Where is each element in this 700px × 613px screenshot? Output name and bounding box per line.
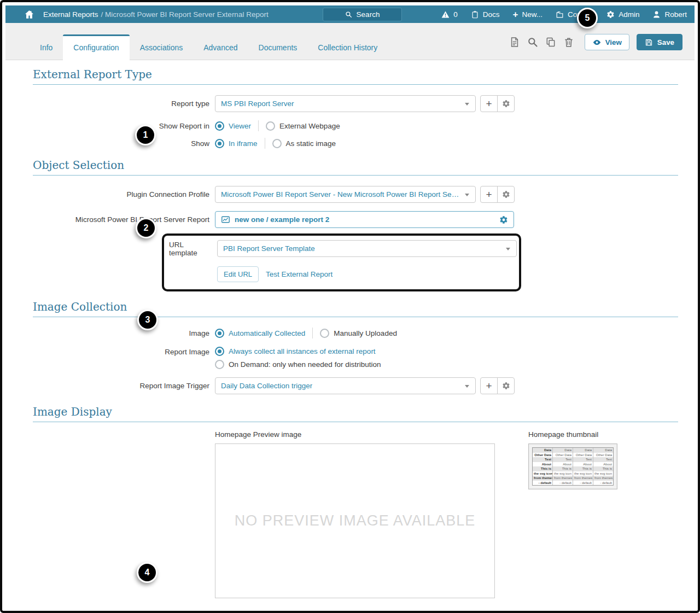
edit-url-button[interactable]: Edit URL (217, 266, 259, 282)
magnifier-icon[interactable] (527, 37, 538, 48)
view-button[interactable]: View (585, 34, 629, 50)
folder-icon (556, 10, 564, 19)
thumbnail-row: Other DataOther DataOther DataOther Data (533, 453, 613, 458)
radio-on-demand[interactable] (215, 360, 224, 369)
url-template-row: URL template PBI Report Server Template (169, 240, 513, 257)
floppy-icon (645, 38, 653, 46)
radio-auto-collected-label[interactable]: Automatically Collected (229, 329, 305, 337)
radio-on-demand-label[interactable]: On Demand: only when needed for distribu… (229, 360, 381, 369)
thumbnail-cell: This is (533, 466, 552, 471)
image-buttons-row: Collect Image Setup Image Crop Tall Imag… (33, 598, 678, 613)
add-profile-button[interactable]: + (480, 186, 498, 203)
section-title-image-display: Image Display (33, 398, 678, 422)
thumbnail-cell: Data (573, 448, 593, 453)
tab-advanced[interactable]: Advanced (193, 36, 248, 60)
report-picker[interactable]: new one / example report 2 (215, 211, 514, 228)
annotation-badge-4: 4 (137, 562, 158, 583)
section-title-external-report-type: External Report Type (33, 60, 678, 85)
thumbnail-cell: from themes (593, 476, 613, 481)
show-report-in-label: Show Report in (33, 122, 209, 130)
tab-associations[interactable]: Associations (130, 36, 194, 60)
report-label: Microsoft Power BI Report Server Report (33, 215, 209, 224)
url-template-label: URL template (169, 241, 212, 257)
app-window: External Reports/ Microsoft Power BI Rep… (0, 0, 700, 613)
report-image-row: Report Image Always collect all instance… (33, 347, 678, 369)
alerts-item[interactable]: 0 (441, 10, 458, 19)
edit-trigger-button[interactable] (497, 377, 515, 394)
url-template-select[interactable]: PBI Report Server Template (217, 240, 517, 257)
thumbnail-label: Homepage thumbnail (528, 430, 617, 439)
test-external-report-link[interactable]: Test External Report (266, 270, 332, 278)
nav-new[interactable]: + New... (512, 10, 542, 19)
trash-icon[interactable] (563, 37, 574, 48)
copy-icon[interactable] (545, 37, 556, 48)
gear-icon (502, 100, 510, 108)
thumbnail-cell: This is (573, 466, 593, 471)
radio-manually-uploaded-label[interactable]: Manually Uploaded (334, 329, 397, 337)
thumbnail-cell: Text (593, 457, 613, 462)
radio-external-webpage-label[interactable]: External Webpage (279, 122, 340, 130)
section-title-object-selection: Object Selection (33, 151, 678, 176)
radio-static-image-label[interactable]: As static image (286, 139, 336, 148)
radio-in-iframe-label[interactable]: In iframe (229, 139, 258, 148)
nav-admin-label: Admin (619, 10, 639, 19)
nav-new-label: New... (522, 10, 542, 19)
person-icon (652, 10, 661, 19)
edit-profile-button[interactable] (497, 186, 515, 203)
plugin-profile-label: Plugin Connection Profile (33, 190, 209, 199)
preview-box: NO PREVIEW IMAGE AVAILABLE (215, 443, 495, 598)
radio-viewer[interactable] (215, 121, 224, 131)
report-row: Microsoft Power BI Report Server Report … (33, 211, 678, 228)
tab-collection-history[interactable]: Collection History (307, 36, 388, 60)
radio-auto-collected[interactable] (215, 329, 224, 338)
save-button[interactable]: Save (637, 34, 682, 50)
radio-static-image[interactable] (272, 139, 282, 148)
search-label: Search (357, 10, 380, 19)
thumbnail-cell: the svg icon (573, 471, 593, 476)
report-type-select[interactable]: MS PBI Report Server (215, 95, 476, 112)
radio-viewer-label[interactable]: Viewer (229, 122, 251, 130)
nav-admin[interactable]: Admin (606, 10, 639, 19)
tab-configuration[interactable]: Configuration (63, 34, 129, 60)
tab-documents[interactable]: Documents (248, 36, 308, 60)
plus-icon: + (486, 381, 492, 391)
toolbar: View Save (509, 34, 682, 60)
plus-icon: + (486, 98, 492, 109)
radio-always-collect-label[interactable]: Always collect all instances of external… (229, 347, 376, 355)
home-icon[interactable] (24, 9, 34, 20)
view-label: View (605, 38, 622, 46)
add-trigger-button[interactable]: + (480, 377, 498, 394)
tab-info[interactable]: Info (30, 36, 63, 60)
chart-icon (221, 215, 230, 224)
breadcrumb-section[interactable]: External Reports (43, 10, 98, 19)
thumbnail-cell: Text (552, 457, 573, 462)
annotation-badge-5: 5 (577, 8, 598, 28)
thumbnail-cell: About (552, 462, 573, 467)
url-actions-row: Edit URL Test External Report (217, 266, 513, 282)
radio-in-iframe[interactable] (215, 139, 224, 148)
trigger-label: Report Image Trigger (33, 382, 209, 390)
edit-report-type-button[interactable] (497, 95, 515, 112)
gear-icon[interactable] (499, 215, 508, 224)
plugin-profile-select[interactable]: Microsoft Power BI Report Server - New M… (215, 186, 476, 203)
gear-icon (502, 382, 510, 390)
divider (258, 120, 259, 131)
add-report-type-button[interactable]: + (480, 95, 498, 112)
search-button[interactable]: Search (323, 8, 402, 21)
radio-always-collect[interactable] (215, 347, 224, 356)
annotation-badge-3: 3 (137, 310, 158, 330)
radio-external-webpage[interactable] (266, 121, 275, 131)
thumbnail-cell: Other Data (573, 453, 593, 458)
alerts-count: 0 (453, 10, 458, 19)
radio-manually-uploaded[interactable] (320, 329, 329, 338)
thumbnail-cell: - default (552, 481, 573, 486)
thumbnail-row: from themesfrom themesfrom themesfrom th… (533, 476, 613, 481)
trigger-select[interactable]: Daily Data Collection trigger (215, 377, 476, 394)
nav-docs[interactable]: Docs (471, 10, 500, 19)
thumbnail-cell: About (593, 462, 613, 467)
nav-user[interactable]: Robert (652, 10, 687, 19)
search-icon (345, 11, 352, 18)
tab-bar: Info Configuration Associations Advanced… (5, 23, 695, 60)
document-icon[interactable] (509, 37, 520, 48)
nav-user-label: Robert (664, 10, 687, 19)
